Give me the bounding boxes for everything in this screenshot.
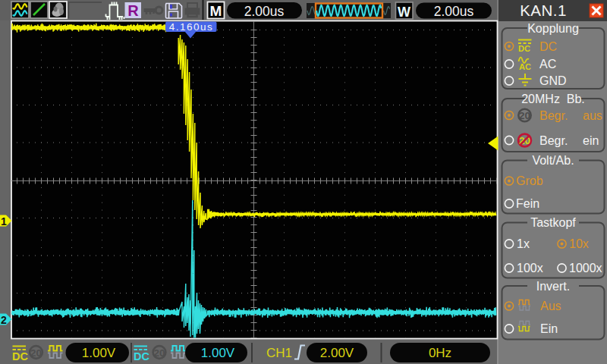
svg-text:Tastkopf: Tastkopf (530, 216, 576, 229)
svg-text:DC: DC (518, 44, 530, 53)
svg-text:1.00V: 1.00V (201, 346, 235, 360)
svg-text:100x: 100x (517, 262, 543, 275)
svg-text:2: 2 (1, 314, 7, 326)
svg-text:1x: 1x (517, 237, 530, 250)
svg-text:20MHz Bb.: 20MHz Bb. (521, 93, 585, 105)
svg-text:aus: aus (583, 109, 602, 122)
svg-text:Begr.: Begr. (539, 134, 568, 147)
svg-text:4.160us: 4.160us (169, 21, 214, 33)
svg-text:1: 1 (1, 215, 7, 228)
svg-text:Ein: Ein (540, 322, 558, 335)
svg-text:Volt/Ab.: Volt/Ab. (532, 154, 574, 167)
svg-text:0Hz: 0Hz (429, 346, 451, 360)
svg-text:2.00V: 2.00V (320, 346, 354, 360)
svg-text:Begr.: Begr. (539, 109, 568, 122)
svg-text:Aus: Aus (540, 300, 561, 312)
svg-text:DC: DC (134, 350, 149, 362)
svg-text:20: 20 (30, 347, 42, 359)
svg-text:GND: GND (539, 74, 567, 87)
svg-text:DC: DC (12, 350, 28, 362)
svg-text:20: 20 (519, 110, 530, 121)
svg-text:DC: DC (539, 40, 557, 53)
svg-text:M: M (210, 3, 222, 19)
svg-text:Invert.: Invert. (536, 280, 570, 293)
svg-text:W: W (398, 5, 410, 20)
svg-text:R: R (127, 2, 139, 19)
svg-text:Grob: Grob (516, 174, 543, 187)
svg-text:Fein: Fein (516, 197, 539, 210)
svg-text:CH1: CH1 (266, 346, 292, 360)
svg-text:ein: ein (583, 134, 599, 147)
svg-text:AC: AC (539, 58, 556, 71)
svg-text:Kopplung: Kopplung (527, 22, 579, 35)
svg-text:KAN.1: KAN.1 (520, 2, 567, 19)
svg-text:AC: AC (519, 62, 531, 71)
svg-text:2.00us: 2.00us (244, 4, 285, 19)
svg-text:2.00us: 2.00us (434, 4, 474, 19)
svg-text:20: 20 (153, 347, 165, 359)
svg-text:1000x: 1000x (569, 262, 602, 275)
svg-text:10x: 10x (569, 237, 589, 250)
svg-text:1.00V: 1.00V (82, 346, 116, 360)
